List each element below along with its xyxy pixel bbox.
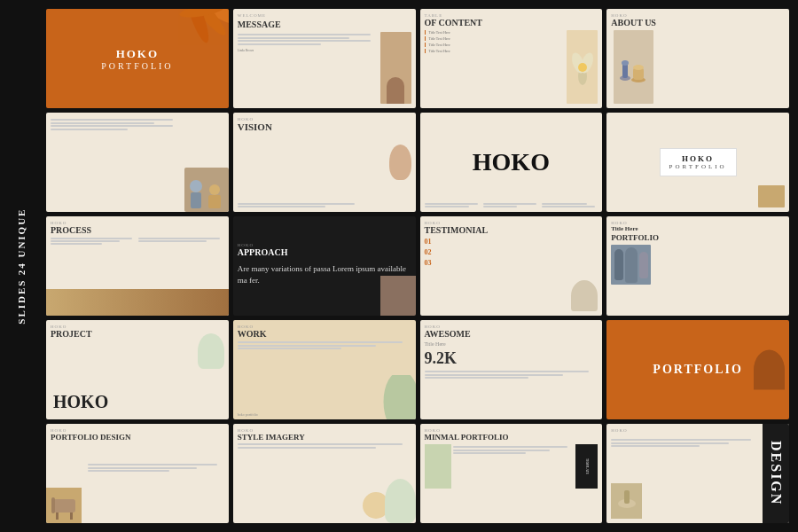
s11-testimonials: 01 02 03: [425, 238, 598, 267]
slide-6-vision[interactable]: HOKO VISION: [233, 113, 416, 212]
s2-line2: [238, 37, 349, 39]
s9-col2: [138, 238, 224, 245]
s19-title: MINMAL PORTFOLIO: [425, 433, 598, 442]
s4-title: ABOUT US: [611, 18, 785, 27]
svg-point-18: [209, 184, 220, 195]
s11-n1: 01: [425, 238, 435, 246]
s9-process-cols: [51, 238, 224, 245]
s13-big-hoko: HOKO: [53, 392, 108, 412]
s18-l2: [238, 447, 377, 449]
s20-design-text: DESIGN: [768, 441, 784, 505]
s20-l3: [611, 445, 699, 447]
s18-lily-image: [385, 479, 416, 523]
s17-lines: [88, 464, 224, 472]
s5-l4: [51, 129, 128, 130]
s11-n3: 03: [425, 259, 435, 267]
slide-count-label: 24 Unique Slides: [16, 208, 27, 325]
s2-person-image: [380, 32, 411, 104]
svg-rect-17: [208, 195, 221, 208]
s12-bottle1: [614, 249, 623, 280]
s14-small-label: hoko portfolio: [238, 412, 258, 417]
s13-flower-image: [198, 333, 224, 369]
s17-l1: [88, 464, 217, 466]
s6-l1: [238, 203, 356, 205]
s18-l1: [238, 443, 403, 445]
slide-4-about[interactable]: HOKO ABOUT US: [606, 9, 789, 108]
slide-16-portfolio-orange[interactable]: PORTFOLIO: [606, 320, 789, 419]
s3-toc-4: Title Text Here: [425, 49, 565, 53]
s9-title: PROCESS: [51, 225, 224, 235]
slide-13-project[interactable]: HOKO PROJECT HOKO: [46, 320, 229, 419]
s7-l3: [483, 203, 536, 205]
s17-chair-svg: [49, 490, 80, 521]
slide-1-cover[interactable]: HOKO PORTFOLIO: [46, 9, 229, 108]
s18-lines: [238, 443, 411, 449]
slide-17-portfolio-design[interactable]: HOKO PORTFOLIO DESIGN: [46, 424, 229, 523]
s5-product-image: [184, 168, 229, 212]
s2-lines: [238, 34, 378, 45]
s19-plant-image: [425, 444, 451, 489]
s3-toc-3: Title Text Here: [425, 43, 565, 47]
slide-15-awesome[interactable]: HOKO AWESOME Title Here 9.2K: [420, 320, 603, 419]
s10-cosmetics-image: [380, 276, 416, 316]
s19-l1: [453, 446, 568, 448]
s16-title: PORTFOLIO: [653, 363, 743, 377]
s3-title: OF CONTENT: [425, 18, 598, 27]
s20-decor-image: [611, 483, 642, 519]
s9-l3: [51, 243, 102, 245]
s7-l6: [542, 206, 595, 207]
s17-l2: [88, 467, 197, 469]
s11-t2: 02: [425, 248, 598, 256]
s20-text: [611, 437, 758, 447]
svg-point-16: [190, 180, 202, 192]
s11-n2: 02: [425, 248, 435, 256]
slide-14-work[interactable]: HOKO WORK hoko portfolio: [233, 320, 416, 419]
s11-tulips-image: [571, 280, 598, 311]
s2-line1: [238, 34, 371, 35]
s11-t1: 01: [425, 238, 598, 246]
s2-title: MESSAGE: [238, 20, 411, 29]
s7-subcol-3: [542, 203, 598, 207]
s14-l2: [238, 345, 377, 347]
slide-2-message[interactable]: WELCOME MESSAGE Linda Brown: [233, 9, 416, 108]
s14-title: WORK: [238, 329, 411, 339]
s12-title: Title Here: [611, 225, 785, 232]
s8-hoko: HOKO: [669, 154, 727, 163]
slide-3-toc[interactable]: TABLE OF CONTENT Title Text Here Title T…: [420, 9, 603, 108]
s2-line3: [238, 40, 371, 42]
s2-section: WELCOME: [238, 13, 411, 18]
s9-process-image: [46, 289, 229, 316]
s8-inner-box: HOKO PORTFOLIO: [660, 148, 737, 176]
slide-11-testimonial[interactable]: HOKO TESTIMONIAL 01 02: [420, 216, 603, 316]
s16-arch-image: [754, 350, 785, 390]
slide-12-portfolio-bottles[interactable]: HOKO Title Here PORTFOLIO: [606, 216, 789, 316]
slide-5-product[interactable]: [46, 113, 229, 212]
slide-18-style[interactable]: HOKO STYLE IMAGERY: [233, 424, 416, 523]
s14-l1: [238, 341, 403, 343]
slide-7-hoko-big[interactable]: HOKO: [420, 113, 603, 212]
cover-hoko: HOKO: [101, 47, 173, 61]
slide-19-minimal[interactable]: HOKO MINMAL PORTFOLIO TEMPLATE: [420, 424, 603, 523]
s6-title: VISION: [238, 121, 411, 132]
cover-title: HOKO PORTFOLIO: [101, 47, 173, 71]
svg-rect-15: [191, 192, 201, 208]
s12-bottles-image: [611, 245, 651, 285]
svg-rect-25: [624, 490, 630, 504]
s20-label: HOKO: [611, 428, 627, 433]
s17-title: PORTFOLIO DESIGN: [51, 433, 224, 442]
slide-9-process[interactable]: HOKO PROCESS: [46, 216, 229, 316]
slide-8-portfolio-box[interactable]: HOKO PORTFOLIO: [606, 113, 789, 212]
slide-10-approach[interactable]: HOKO APPROACH Are many variations of pas…: [233, 216, 416, 316]
s7-l4: [483, 206, 517, 207]
s12-content: [611, 245, 785, 285]
s2-person-shape: [387, 77, 404, 104]
s3-toc-2: Title Text Here: [425, 36, 565, 41]
slide-20-design[interactable]: HOKO DESIGN: [606, 424, 789, 523]
s19-l3: [453, 452, 526, 454]
s15-l2: [425, 374, 564, 376]
s5-product-svg: [186, 170, 226, 210]
s6-l2: [238, 206, 325, 207]
s7-subcol-2: [483, 203, 539, 207]
s19-l2: [453, 450, 550, 451]
s7-l2: [425, 206, 470, 207]
